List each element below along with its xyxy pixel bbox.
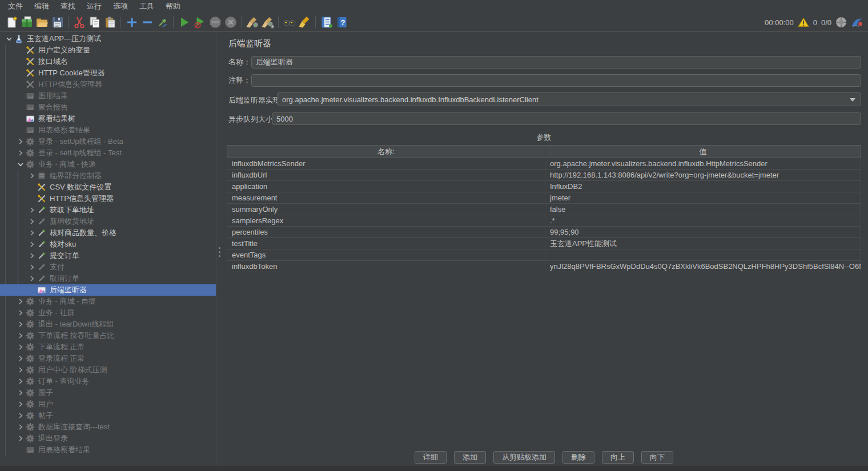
menu-item[interactable]: 选项	[107, 0, 134, 13]
queue-size-input[interactable]	[272, 112, 861, 125]
chevron-right-icon[interactable]	[16, 320, 25, 329]
tree-node[interactable]: 数据库连接查询---test	[0, 421, 216, 433]
column-header-value[interactable]: 值	[545, 146, 861, 158]
remote-start-icon[interactable]	[835, 17, 847, 28]
function-helper-icon[interactable]	[319, 15, 334, 30]
tree-node[interactable]: 登录流程 正常	[0, 353, 216, 364]
tree-node[interactable]: 用表格察看结果	[0, 444, 216, 456]
column-header-name[interactable]: 名称:	[227, 146, 545, 158]
tree-node[interactable]: 业务 - 商城 - 自提	[0, 296, 216, 307]
chevron-right-icon[interactable]	[16, 148, 25, 158]
chevron-right-icon[interactable]	[27, 240, 37, 249]
tree-node[interactable]: 登录 - setUp线程组 - Test	[0, 147, 216, 159]
menu-item[interactable]: 工具	[134, 0, 160, 13]
tree-node[interactable]: 玉玄道APP—压力测试	[0, 33, 216, 45]
param-value-cell[interactable]: 99;95;90	[545, 227, 861, 237]
param-value-cell[interactable]: http://192.168.1.143:8086/api/v2/write?o…	[545, 170, 861, 180]
chevron-right-icon[interactable]	[27, 171, 37, 180]
chevron-right-icon[interactable]	[27, 228, 37, 237]
tree-node[interactable]: 圈子	[0, 387, 216, 398]
menu-item[interactable]: 帮助	[160, 0, 186, 13]
param-name-cell[interactable]: measurement	[227, 192, 545, 203]
param-name-cell[interactable]: influxdbMetricsSender	[227, 158, 545, 169]
expand-all-icon[interactable]	[124, 15, 139, 30]
chevron-right-icon[interactable]	[16, 308, 25, 317]
chevron-right-icon[interactable]	[16, 411, 25, 420]
collapse-all-icon[interactable]	[139, 15, 155, 30]
param-name-cell[interactable]: influxdbToken	[227, 261, 545, 272]
chevron-right-icon[interactable]	[16, 400, 25, 409]
chevron-right-icon[interactable]	[16, 377, 25, 386]
chevron-right-icon[interactable]	[27, 251, 37, 260]
tree-node[interactable]: 取消订单	[0, 273, 216, 284]
tree-node[interactable]: 下单流程 正常	[0, 341, 216, 353]
tree-node[interactable]: 察看结果树	[0, 113, 216, 124]
down-button[interactable]: 向下	[641, 451, 673, 464]
tree-node[interactable]: HTTP Cookie管理器	[0, 67, 216, 79]
search-icon[interactable]	[282, 15, 297, 30]
chevron-right-icon[interactable]	[27, 274, 37, 283]
chevron-right-icon[interactable]	[16, 331, 25, 340]
add-from-clipboard-button[interactable]: 从剪贴板添加	[493, 451, 555, 464]
log-warning-icon[interactable]	[798, 17, 809, 27]
delete-button[interactable]: 删除	[562, 451, 594, 464]
param-name-cell[interactable]: influxdbUrl	[227, 170, 545, 180]
clear-all-icon[interactable]	[260, 15, 275, 30]
param-value-cell[interactable]: org.apache.jmeter.visualizers.backend.in…	[545, 158, 861, 169]
add-button[interactable]: 添加	[454, 451, 486, 464]
tree-node[interactable]: 业务 - 商城 - 快递	[0, 159, 216, 170]
stop-icon[interactable]: STOP	[207, 15, 223, 30]
menu-item[interactable]: 编辑	[29, 0, 55, 13]
tree-node[interactable]: 后端监听器	[0, 284, 216, 296]
tree-node[interactable]: 退出登录	[0, 433, 216, 444]
chevron-right-icon[interactable]	[16, 297, 25, 306]
up-button[interactable]: 向上	[602, 451, 634, 464]
chevron-right-icon[interactable]	[16, 137, 25, 146]
param-value-cell[interactable]: 玉玄道APP性能测试	[545, 238, 861, 249]
tree-node[interactable]: 临界部分控制器	[0, 170, 216, 182]
comment-input[interactable]	[251, 74, 861, 87]
param-value-cell[interactable]: InfluxDB2	[545, 181, 861, 192]
tree-node[interactable]: CSV 数据文件设置	[0, 182, 216, 193]
copy-icon[interactable]	[87, 15, 102, 30]
tree-node[interactable]: 图形结果	[0, 90, 216, 102]
menu-item[interactable]: 运行	[81, 0, 107, 13]
tree-node[interactable]: 业务 - 社群	[0, 307, 216, 319]
start-icon[interactable]	[176, 15, 192, 30]
cut-icon[interactable]	[71, 15, 87, 30]
search-reset-icon[interactable]	[297, 15, 312, 30]
tree-node[interactable]: 新增收货地址	[0, 216, 216, 227]
tree-node[interactable]: 核对sku	[0, 239, 216, 250]
menu-item[interactable]: 文件	[2, 0, 29, 13]
tree-node[interactable]: 用户	[0, 398, 216, 410]
chevron-right-icon[interactable]	[16, 365, 25, 375]
param-name-cell[interactable]: eventTags	[227, 249, 545, 260]
tree-node[interactable]: 订单 - 查询业务	[0, 376, 216, 387]
paste-icon[interactable]	[102, 15, 118, 30]
shutdown-icon[interactable]	[223, 15, 238, 30]
detail-button[interactable]: 详细	[415, 451, 447, 464]
tree-node[interactable]: 获取下单地址	[0, 204, 216, 216]
param-name-cell[interactable]: samplersRegex	[227, 215, 545, 226]
save-icon[interactable]	[50, 15, 65, 30]
start-no-timers-icon[interactable]	[192, 15, 207, 30]
chevron-right-icon[interactable]	[27, 263, 37, 272]
chevron-down-icon[interactable]	[16, 160, 25, 169]
tree-node[interactable]: 核对商品数量、价格	[0, 227, 216, 239]
tree-node[interactable]: 提交订单	[0, 250, 216, 261]
tree-node[interactable]: 登录 - setUp线程组 - Beta	[0, 136, 216, 147]
tree-node[interactable]: 用表格察看结果	[0, 124, 216, 136]
pane-splitter[interactable]	[216, 33, 223, 466]
help-icon[interactable]: ?	[334, 15, 349, 30]
name-input[interactable]	[251, 56, 861, 69]
param-name-cell[interactable]: testTitle	[227, 238, 545, 249]
param-name-cell[interactable]: percentiles	[227, 227, 545, 237]
splitter-grip-icon[interactable]	[219, 247, 220, 257]
param-name-cell[interactable]: application	[227, 181, 545, 192]
chevron-right-icon[interactable]	[27, 217, 37, 226]
chevron-right-icon[interactable]	[16, 388, 25, 397]
chevron-right-icon[interactable]	[27, 206, 37, 215]
toggle-icon[interactable]	[155, 15, 170, 30]
param-value-cell[interactable]: false	[545, 204, 861, 215]
new-file-icon[interactable]	[3, 15, 19, 30]
